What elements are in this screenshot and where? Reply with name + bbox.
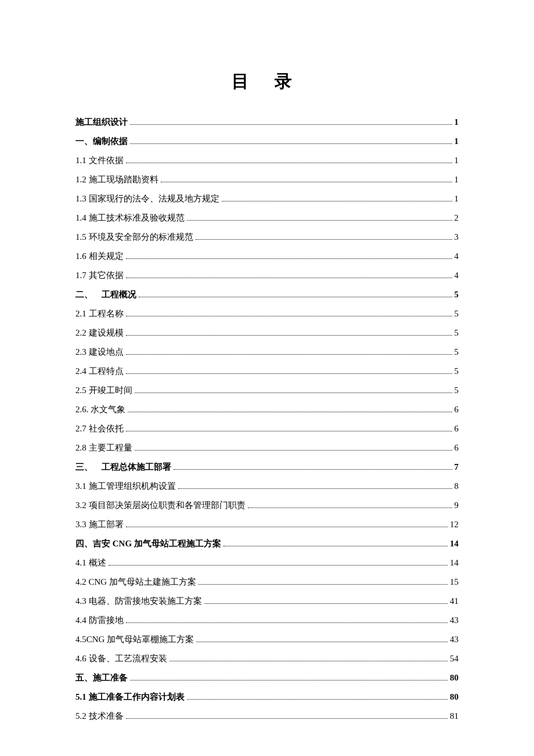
toc-row: 4.5CNG 加气母站罩棚施工方案43 bbox=[75, 634, 459, 645]
toc-row: 2.8 主要工程量6 bbox=[75, 442, 459, 453]
toc-row: 2.2 建设规模5 bbox=[75, 327, 459, 339]
toc-leader-dots bbox=[187, 693, 448, 700]
toc-leader-dots bbox=[126, 329, 452, 336]
toc-label: 1.4 施工技术标准及验收规范 bbox=[75, 213, 185, 224]
toc-page-number: 5 bbox=[454, 347, 459, 357]
toc-label: 4.6 设备、工艺流程安装 bbox=[75, 653, 167, 664]
toc-label: 1.3 国家现行的法令、法规及地方规定 bbox=[75, 193, 219, 204]
toc-page-number: 6 bbox=[454, 424, 459, 434]
toc-row: 1.7 其它依据4 bbox=[75, 270, 459, 281]
toc-page-number: 2 bbox=[454, 213, 459, 223]
toc-label: 2.3 建设地点 bbox=[75, 347, 124, 358]
toc-label: 施工组织设计 bbox=[75, 117, 128, 128]
toc-row: 一、编制依据1 bbox=[75, 136, 459, 147]
page-title: 目 录 bbox=[75, 70, 459, 93]
toc-leader-dots bbox=[109, 559, 448, 566]
toc-row: 4.6 设备、工艺流程安装54 bbox=[75, 653, 459, 664]
toc-label: 一、编制依据 bbox=[75, 136, 128, 147]
toc-leader-dots bbox=[196, 233, 452, 240]
toc-leader-dots bbox=[126, 367, 452, 374]
toc-leader-dots bbox=[126, 271, 452, 278]
toc-leader-dots bbox=[135, 386, 452, 393]
toc-label: 2.8 主要工程量 bbox=[75, 442, 132, 453]
toc-row: 4.4 防雷接地43 bbox=[75, 615, 459, 626]
toc-row: 1.1 文件依据1 bbox=[75, 155, 459, 166]
toc-page-number: 5 bbox=[454, 386, 459, 395]
toc-row: 施工组织设计1 bbox=[75, 117, 459, 128]
toc-row: 5.2 技术准备81 bbox=[75, 711, 459, 722]
toc-leader-dots bbox=[204, 597, 448, 604]
toc-leader-dots bbox=[161, 175, 452, 182]
toc-label: 2.4 工程特点 bbox=[75, 366, 124, 377]
toc-leader-dots bbox=[126, 424, 452, 431]
toc-page-number: 3 bbox=[454, 232, 459, 242]
toc-page-number: 1 bbox=[454, 156, 459, 165]
toc-page-number: 1 bbox=[454, 194, 459, 204]
toc-row: 4.2 CNG 加气母站土建施工方案15 bbox=[75, 577, 459, 588]
toc-row: 3.3 施工部署12 bbox=[75, 519, 459, 530]
toc-leader-dots bbox=[126, 712, 448, 719]
toc-page-number: 80 bbox=[450, 692, 459, 702]
toc-page-number: 43 bbox=[450, 635, 459, 645]
toc-label: 5.1 施工准备工作内容计划表 bbox=[75, 692, 185, 703]
toc-row: 2.6. 水文气象6 bbox=[75, 404, 459, 415]
toc-page-number: 4 bbox=[454, 271, 459, 280]
toc-page-number: 8 bbox=[454, 481, 459, 491]
toc-page-number: 54 bbox=[450, 654, 459, 664]
toc-page-number: 14 bbox=[450, 558, 459, 568]
toc-label: 2.2 建设规模 bbox=[75, 327, 124, 339]
toc-page-number: 5 bbox=[454, 366, 459, 376]
toc-leader-dots bbox=[126, 520, 448, 527]
toc-page-number: 41 bbox=[450, 596, 459, 606]
toc-leader-dots bbox=[130, 118, 452, 125]
toc-leader-dots bbox=[199, 578, 448, 585]
toc-row: 3.1 施工管理组织机构设置8 bbox=[75, 481, 459, 492]
toc-page-number: 12 bbox=[450, 520, 459, 530]
toc-label: 五、施工准备 bbox=[75, 672, 128, 683]
toc-row: 2.4 工程特点5 bbox=[75, 366, 459, 377]
toc-row: 三、 工程总体施工部署7 bbox=[75, 462, 459, 473]
toc-page-number: 4 bbox=[454, 251, 459, 261]
toc-label: 2.6. 水文气象 bbox=[75, 404, 125, 415]
toc-label: 4.4 防雷接地 bbox=[75, 615, 124, 626]
toc-leader-dots bbox=[126, 252, 452, 259]
toc-row: 4.1 概述14 bbox=[75, 557, 459, 568]
toc-row: 5.1 施工准备工作内容计划表80 bbox=[75, 692, 459, 703]
toc-row: 四、吉安 CNG 加气母站工程施工方案14 bbox=[75, 538, 459, 549]
toc-label: 1.6 相关规定 bbox=[75, 251, 124, 262]
toc-leader-dots bbox=[178, 482, 452, 489]
toc-row: 2.5 开竣工时间5 bbox=[75, 385, 459, 396]
toc-page-number: 6 bbox=[454, 405, 459, 415]
toc-leader-dots bbox=[135, 444, 452, 451]
toc-leader-dots bbox=[196, 635, 448, 642]
toc-label: 四、吉安 CNG 加气母站工程施工方案 bbox=[75, 538, 221, 549]
toc-page-number: 43 bbox=[450, 615, 459, 625]
toc-page-number: 5 bbox=[454, 290, 459, 300]
toc-page-number: 7 bbox=[454, 462, 459, 472]
toc-label: 2.7 社会依托 bbox=[75, 423, 124, 434]
toc-label: 3.3 施工部署 bbox=[75, 519, 124, 530]
toc-row: 1.4 施工技术标准及验收规范2 bbox=[75, 213, 459, 224]
toc-leader-dots bbox=[126, 156, 452, 163]
toc-page-number: 6 bbox=[454, 443, 459, 453]
toc-leader-dots bbox=[126, 309, 452, 316]
toc-row: 2.1 工程名称5 bbox=[75, 308, 459, 319]
toc-page-number: 1 bbox=[454, 117, 459, 127]
toc-label: 4.1 概述 bbox=[75, 557, 106, 568]
toc-label: 5.2 技术准备 bbox=[75, 711, 124, 722]
toc-label: 三、 工程总体施工部署 bbox=[75, 462, 171, 473]
toc-label: 1.5 环境及安全部分的标准规范 bbox=[75, 232, 193, 243]
toc-leader-dots bbox=[126, 348, 452, 355]
toc-label: 4.3 电器、防雷接地安装施工方案 bbox=[75, 596, 202, 607]
toc-page-number: 14 bbox=[450, 539, 459, 549]
toc-label: 2.1 工程名称 bbox=[75, 308, 124, 319]
table-of-contents: 施工组织设计1一、编制依据11.1 文件依据11.2 施工现场踏勘资料11.3 … bbox=[75, 117, 459, 722]
toc-page-number: 15 bbox=[450, 577, 459, 587]
toc-page-number: 5 bbox=[454, 328, 459, 338]
toc-page-number: 1 bbox=[454, 175, 459, 185]
toc-label: 二、 工程概况 bbox=[75, 289, 136, 300]
toc-row: 2.3 建设地点5 bbox=[75, 347, 459, 358]
toc-leader-dots bbox=[222, 195, 452, 201]
toc-leader-dots bbox=[223, 539, 448, 546]
toc-label: 1.1 文件依据 bbox=[75, 155, 124, 166]
